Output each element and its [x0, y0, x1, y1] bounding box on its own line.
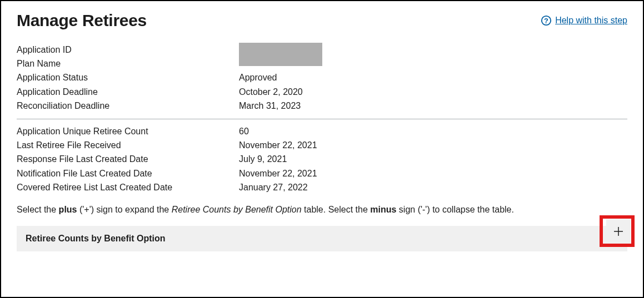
detail-value: October 2, 2020 [239, 85, 303, 98]
plus-icon [613, 226, 623, 236]
detail-label: Response File Last Created Date [17, 153, 239, 165]
detail-value: March 31, 2023 [239, 99, 301, 112]
detail-row: Application Status Approved [17, 71, 627, 84]
help-circle-icon: ? [541, 15, 552, 26]
detail-label: Application Status [17, 71, 239, 84]
instruction-part: ('+') sign to expand the [77, 205, 172, 214]
detail-row: Application Unique Retiree Count 60 [17, 125, 627, 138]
detail-value: November 22, 2021 [239, 139, 317, 151]
detail-row: Covered Retiree List Last Created Date J… [17, 181, 627, 194]
retiree-counts-accordion[interactable]: Retiree Counts by Benefit Option [17, 226, 627, 251]
instruction-text: Select the plus ('+') sign to expand the… [17, 205, 627, 215]
instruction-italic: Retiree Counts by Benefit Option [172, 205, 302, 214]
page-frame: Manage Retirees ? Help with this step Ap… [0, 0, 644, 298]
redacted-block [239, 43, 322, 66]
svg-text:?: ? [544, 17, 548, 25]
details-bottom-section: Application Unique Retiree Count 60 Last… [17, 125, 627, 194]
detail-label: Application ID [17, 43, 239, 56]
detail-value: January 27, 2022 [239, 181, 308, 194]
help-link-text: Help with this step [555, 16, 627, 26]
header-row: Manage Retirees ? Help with this step [17, 11, 627, 30]
detail-value: Approved [239, 71, 277, 84]
detail-row: Application ID [17, 43, 627, 56]
detail-row: Last Retiree File Received November 22, … [17, 139, 627, 151]
page-title: Manage Retirees [17, 11, 147, 30]
detail-label: Application Deadline [17, 85, 239, 98]
expand-button[interactable] [606, 219, 631, 244]
detail-label: Last Retiree File Received [17, 139, 239, 151]
instruction-part: Select the [17, 205, 59, 214]
help-link[interactable]: ? Help with this step [541, 15, 627, 26]
instruction-bold: plus [59, 205, 77, 214]
details-top-section: Application ID Plan Name Application Sta… [17, 43, 627, 112]
section-divider [17, 119, 627, 119]
detail-value: November 22, 2021 [239, 167, 317, 180]
detail-row: Reconciliation Deadline March 31, 2023 [17, 99, 627, 112]
instruction-part: table. Select the [302, 205, 371, 214]
accordion-title: Retiree Counts by Benefit Option [26, 234, 166, 244]
instruction-part: sign ('-') to collapse the table. [396, 205, 514, 214]
detail-label: Application Unique Retiree Count [17, 125, 239, 138]
instruction-bold: minus [370, 205, 396, 214]
detail-row: Response File Last Created Date July 9, … [17, 153, 627, 165]
detail-label: Reconciliation Deadline [17, 99, 239, 112]
detail-row: Notification File Last Created Date Nove… [17, 167, 627, 180]
detail-label: Covered Retiree List Last Created Date [17, 181, 239, 194]
detail-label: Plan Name [17, 57, 239, 70]
detail-label: Notification File Last Created Date [17, 167, 239, 180]
detail-value: July 9, 2021 [239, 153, 287, 165]
detail-value: 60 [239, 125, 249, 138]
detail-row: Application Deadline October 2, 2020 [17, 85, 627, 98]
